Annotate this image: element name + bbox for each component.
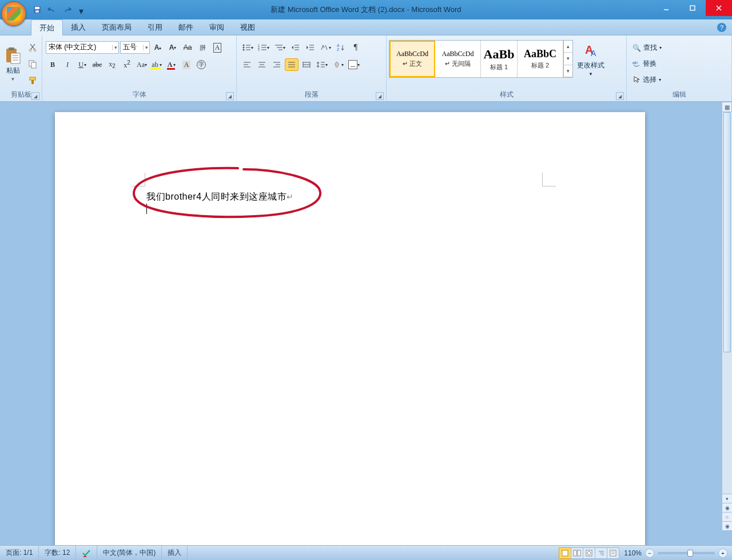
line-spacing-icon[interactable]: ▾ [315, 58, 329, 71]
view-web-icon[interactable] [583, 547, 595, 559]
view-outline-icon[interactable] [595, 547, 607, 559]
align-justify-icon[interactable] [285, 58, 299, 71]
align-left-icon[interactable] [240, 58, 254, 71]
multilevel-list-icon[interactable]: ▾ [272, 41, 287, 54]
next-page-icon[interactable]: ◉ [722, 521, 732, 530]
phonetic-icon[interactable]: 拼 [196, 41, 209, 54]
bullets-icon[interactable]: ▾ [240, 41, 255, 54]
svg-rect-14 [31, 62, 36, 68]
distribute-icon[interactable] [300, 58, 313, 71]
qat-customize-icon[interactable]: ▾ [79, 6, 87, 14]
vertical-scrollbar[interactable]: ▴ ▾ ◉ ○ ◉ [722, 102, 732, 530]
zoom-out-button[interactable]: − [645, 549, 654, 558]
enclose-char-icon[interactable]: 字 [194, 58, 208, 71]
numbering-icon[interactable]: 123▾ [256, 41, 271, 54]
view-fullscreen-icon[interactable] [571, 547, 583, 559]
document-page[interactable]: 我们brother4人同时来到这座城市↵ [55, 112, 645, 545]
tab-home[interactable]: 开始 [31, 19, 63, 35]
style-normal[interactable]: AaBbCcDd↵ 正文 [389, 41, 435, 77]
ribbon: 粘贴 ▼ 剪贴板 ◢ 宋体 (中文正文)▾ 五号▾ A▴ A▾ Aa 拼 A [0, 35, 732, 102]
minimize-button[interactable] [653, 0, 679, 16]
styles-gallery[interactable]: AaBbCcDd↵ 正文 AaBbCcDd↵ 无间隔 AaBb标题 1 AaBb… [389, 40, 573, 78]
borders-icon[interactable]: ▾ [347, 58, 361, 71]
superscript-icon[interactable]: x2 [120, 58, 134, 71]
svg-rect-1 [35, 7, 39, 9]
bold-icon[interactable]: B [46, 58, 59, 71]
highlight-icon[interactable]: ab▾ [150, 58, 164, 71]
align-right-icon[interactable] [270, 58, 284, 71]
cut-icon[interactable] [26, 41, 39, 54]
document-workspace[interactable]: 我们brother4人同时来到这座城市↵ ▴ ▾ ◉ ○ ◉ [0, 102, 732, 545]
shading-icon[interactable]: ▾ [331, 58, 345, 71]
maximize-button[interactable] [679, 0, 706, 16]
status-words[interactable]: 字数: 12 [39, 546, 76, 560]
style-heading2[interactable]: AaBbC标题 2 [518, 41, 563, 77]
font-color-icon[interactable]: A▾ [165, 58, 178, 71]
zoom-percent[interactable]: 110% [624, 549, 642, 557]
tab-view[interactable]: 视图 [232, 19, 263, 35]
svg-point-17 [243, 45, 245, 46]
show-marks-icon[interactable]: ¶ [349, 41, 363, 54]
paste-button[interactable]: 粘贴 ▼ [2, 38, 23, 90]
tab-mail[interactable]: 邮件 [170, 19, 201, 35]
font-name-select[interactable]: 宋体 (中文正文)▾ [46, 41, 119, 54]
view-print-layout-icon[interactable] [559, 547, 571, 559]
strikethrough-icon[interactable]: abc [90, 58, 104, 71]
replace-button[interactable]: ab替换 [632, 57, 662, 70]
select-button[interactable]: 选择▾ [632, 73, 662, 86]
status-proofing[interactable] [76, 546, 97, 560]
gallery-scroll[interactable]: ▴▾▾ [563, 41, 572, 77]
scroll-thumb[interactable] [723, 112, 731, 352]
close-button[interactable] [706, 0, 732, 16]
clear-format-icon[interactable]: Aa [181, 41, 194, 54]
browse-object-icon[interactable]: ○ [722, 512, 732, 521]
clipboard-launcher[interactable]: ◢ [31, 92, 39, 100]
status-mode[interactable]: 插入 [162, 546, 188, 560]
status-language[interactable]: 中文(简体，中国) [97, 546, 162, 560]
change-styles-button[interactable]: AA 更改样式▼ [575, 40, 606, 78]
view-draft-icon[interactable] [607, 547, 619, 559]
asian-layout-icon[interactable]: ▾ [318, 41, 333, 54]
format-painter-icon[interactable] [26, 74, 39, 87]
align-center-icon[interactable] [255, 58, 269, 71]
zoom-slider-thumb[interactable] [687, 550, 693, 557]
copy-icon[interactable] [26, 58, 39, 70]
increase-indent-icon[interactable] [303, 41, 317, 54]
underline-icon[interactable]: U▾ [75, 58, 89, 71]
style-heading1[interactable]: AaBb标题 1 [481, 41, 518, 77]
zoom-slider[interactable] [658, 552, 715, 554]
tab-reference[interactable]: 引用 [140, 19, 170, 35]
redo-icon[interactable] [62, 5, 72, 15]
styles-launcher[interactable]: ◢ [616, 92, 624, 100]
style-no-spacing[interactable]: AaBbCcDd↵ 无间隔 [435, 41, 481, 77]
sort-icon[interactable]: AZ [334, 41, 348, 54]
subscript-icon[interactable]: x2 [105, 58, 119, 71]
paragraph-launcher[interactable]: ◢ [376, 92, 384, 100]
char-border-icon[interactable]: A [210, 41, 224, 54]
tab-insert[interactable]: 插入 [63, 19, 94, 35]
zoom-in-button[interactable]: + [718, 549, 727, 558]
change-case-icon[interactable]: Aa▾ [135, 58, 149, 71]
find-button[interactable]: 🔍查找▾ [632, 41, 662, 55]
char-shading-icon[interactable]: A [180, 58, 193, 71]
prev-page-icon[interactable]: ◉ [722, 503, 732, 512]
tab-layout[interactable]: 页面布局 [94, 19, 140, 35]
undo-icon[interactable] [47, 5, 57, 15]
font-launcher[interactable]: ◢ [226, 92, 234, 100]
status-page[interactable]: 页面: 1/1 [0, 546, 39, 560]
ruler-toggle-icon[interactable]: ▦ [722, 102, 732, 112]
save-icon[interactable] [32, 5, 42, 15]
document-text[interactable]: 我们brother4人同时来到这座城市↵ [146, 191, 294, 203]
scroll-down-icon[interactable]: ▾ [722, 494, 732, 503]
decrease-indent-icon[interactable] [288, 41, 302, 54]
shrink-font-icon[interactable]: A▾ [166, 41, 180, 54]
help-icon[interactable]: ? [717, 23, 726, 32]
font-size-select[interactable]: 五号▾ [120, 41, 150, 54]
paragraph-mark-icon: ↵ [287, 192, 294, 201]
grow-font-icon[interactable]: A▴ [151, 41, 165, 54]
margin-marker-tl [132, 173, 145, 186]
office-button[interactable] [1, 1, 26, 26]
tab-review[interactable]: 审阅 [201, 19, 232, 35]
italic-icon[interactable]: I [61, 58, 74, 71]
svg-rect-63 [562, 550, 568, 556]
